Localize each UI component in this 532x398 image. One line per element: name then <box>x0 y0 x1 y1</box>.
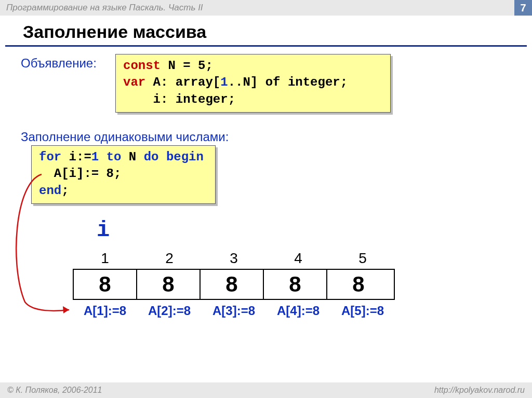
assignment: A[5]:=8 <box>330 304 395 318</box>
array-cell: 8 <box>137 270 201 299</box>
array-cell: 8 <box>201 270 264 299</box>
keyword-const: const <box>123 59 161 73</box>
code-text: i: integer; <box>123 92 235 106</box>
index-cell: 1 <box>73 248 137 269</box>
declaration-label: Объявление: <box>0 51 97 71</box>
assignment: A[4]:=8 <box>266 304 330 318</box>
index-row: 1 2 3 4 5 <box>73 248 395 269</box>
index-cell: 3 <box>202 248 266 269</box>
code-text: ..N] of integer; <box>228 75 348 89</box>
assignment: A[3]:=8 <box>202 304 266 318</box>
array-cell: 8 <box>74 270 137 299</box>
array-cell: 8 <box>264 270 327 299</box>
code-text: A: array[ <box>145 75 220 89</box>
footer-bar: © К. Поляков, 2006-2011 http://kpolyakov… <box>0 382 532 398</box>
assignment: A[2]:=8 <box>137 304 202 318</box>
i-indicator: i <box>97 218 110 243</box>
array-row: 8 8 8 8 8 <box>73 269 395 300</box>
slide-title: Заполнение массива <box>5 16 527 47</box>
literal-one: 1 <box>220 75 228 89</box>
svg-marker-0 <box>63 306 69 313</box>
fill-label: Заполнение одинаковыми числами: <box>0 125 229 144</box>
code-text <box>158 150 166 164</box>
page-number: 7 <box>514 0 532 16</box>
code-text: ; <box>61 184 69 198</box>
keyword-begin: begin <box>166 150 204 164</box>
copyright: © К. Поляков, 2006-2011 <box>7 386 102 395</box>
source-url: http://kpolyakov.narod.ru <box>434 386 525 395</box>
declaration-code: const N = 5; var A: array[1..N] of integ… <box>115 54 391 113</box>
keyword-do: do <box>144 150 159 164</box>
fill-code: for i:=1 to N do begin A[i]:= 8; end; <box>31 145 216 204</box>
code-text <box>99 150 106 164</box>
assignment: A[1]:=8 <box>73 304 137 318</box>
array-cell: 8 <box>327 270 390 299</box>
keyword-end: end <box>39 184 61 198</box>
code-text: i:= <box>61 150 91 164</box>
index-cell: 4 <box>266 248 330 269</box>
course-title: Программирование на языке Паскаль. Часть… <box>6 0 203 16</box>
code-text: N <box>121 150 143 164</box>
keyword-to: to <box>107 150 122 164</box>
code-text: A[i]:= 8; <box>39 167 121 181</box>
code-text: N = 5; <box>161 59 213 73</box>
index-cell: 5 <box>330 248 395 269</box>
keyword-for: for <box>39 150 61 164</box>
index-cell: 2 <box>137 248 202 269</box>
literal-one: 1 <box>91 150 99 164</box>
header-bar: Программирование на языке Паскаль. Часть… <box>0 0 532 16</box>
keyword-var: var <box>123 75 145 89</box>
assignments-row: A[1]:=8 A[2]:=8 A[3]:=8 A[4]:=8 A[5]:=8 <box>73 304 395 318</box>
